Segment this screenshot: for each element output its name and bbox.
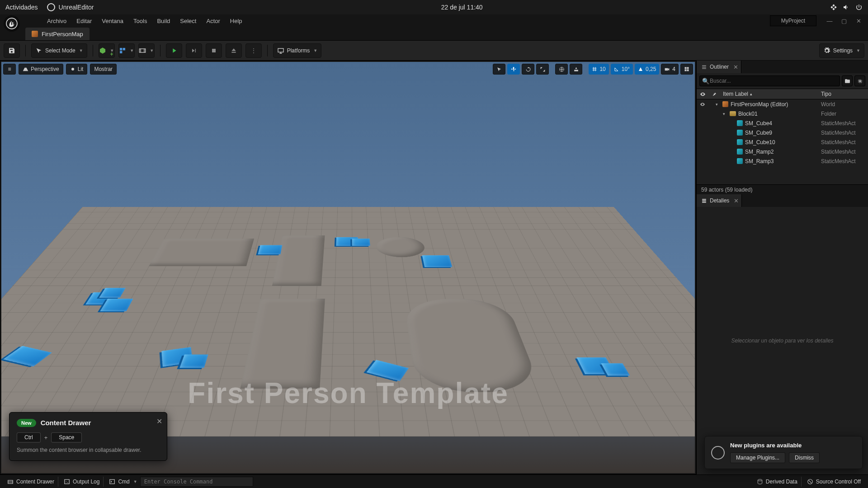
outliner-row[interactable]: SM_Ramp2StaticMeshAct [697,147,868,156]
outliner-status: 59 actors (59 loaded) [697,184,868,194]
unreal-logo[interactable] [4,15,20,32]
save-button[interactable] [4,43,20,58]
plugins-title: New plugins are available [730,442,856,449]
stop-icon [210,47,217,54]
svg-rect-11 [687,67,689,69]
stop-button[interactable] [206,43,222,58]
camera-speed-button[interactable]: 4 [661,64,679,75]
level-watermark: First Person Template [188,376,508,410]
content-drawer-button[interactable]: Content Drawer [4,477,58,487]
view-show-button[interactable]: Mostrar [90,64,117,75]
editor-mode-selector[interactable]: Select Mode▼ [31,43,87,58]
menu-help[interactable]: Help [226,16,247,26]
output-log-label: Output Log [73,479,99,485]
gear-icon [823,47,830,54]
derived-data-button[interactable]: Derived Data [753,477,802,487]
network-icon [830,4,837,11]
os-status-area[interactable] [830,4,863,11]
output-log-button[interactable]: Output Log [60,477,104,487]
active-app[interactable]: UnrealEditor [47,3,94,11]
label-column-header[interactable]: Item Label ▴ [720,91,821,97]
outliner-row[interactable]: SM_Cube10StaticMeshAct [697,137,868,147]
blueprint-icon [119,47,126,54]
hint-close-button[interactable]: ✕ [156,417,162,426]
rotate-tool-button[interactable] [522,64,534,75]
select-tool-button[interactable] [493,64,505,75]
source-control-button[interactable]: Source Control Off [803,477,864,487]
menu-tools[interactable]: Tools [129,16,151,26]
svg-point-0 [6,18,17,29]
3d-viewport[interactable]: First Person Template [1,62,695,473]
outliner-tab-label: Outliner [710,64,729,70]
grid-snap-toggle[interactable]: 10 [589,64,609,75]
scale-tool-button[interactable] [536,64,549,75]
outliner-row[interactable]: SM_Ramp3StaticMeshAct [697,156,868,166]
view-lit-button[interactable]: Lit [66,64,88,75]
map-tab[interactable]: FirstPersonMap [25,28,90,40]
outliner-search-input[interactable] [699,75,840,86]
plugins-notification: New plugins are available Manage Plugins… [704,436,863,469]
surface-snap-button[interactable] [570,64,582,75]
window-minimize[interactable]: — [824,16,835,25]
add-content-button[interactable]: +▼ [99,43,115,58]
outliner-row[interactable]: SM_Cube4StaticMeshAct [697,118,868,128]
console-command-input[interactable] [140,477,253,487]
folder-plus-icon [844,78,850,84]
play-button[interactable] [166,43,182,58]
scale-snap-value: 0,25 [646,66,656,72]
cursor-icon [35,47,42,54]
svg-rect-16 [65,479,70,483]
menu-edit[interactable]: Editar [72,16,96,26]
type-column-header[interactable]: Tipo [821,91,868,97]
viewport-options-button[interactable]: ≡ [3,64,16,75]
hint-description: Summon the content browser in collapsabl… [17,446,160,454]
cmd-label: Cmd [118,479,129,485]
close-icon[interactable]: ✕ [733,64,738,70]
window-maximize[interactable]: ▢ [838,16,850,25]
outliner-settings-button[interactable] [854,75,865,86]
outliner-row[interactable]: ▾FirstPersonMap (Editor)World [697,99,868,109]
menu-window[interactable]: Ventana [97,16,128,26]
title-bar: Archivo Editar Ventana Tools Build Selec… [0,14,868,27]
skip-button[interactable] [186,43,202,58]
app-icon [47,3,55,11]
mode-label: Select Mode [45,47,75,54]
viewport-maximize-button[interactable] [680,64,693,75]
play-icon [170,47,178,54]
main-toolbar: Select Mode▼ +▼ ▼ ▼ ⋮ Platforms▼ Setting… [0,41,868,61]
pin-column-header[interactable] [708,92,720,97]
skip-icon [190,47,198,54]
view-perspective-button[interactable]: Perspective [19,64,63,75]
cinematics-button[interactable]: ▼ [138,43,155,58]
menu-select[interactable]: Select [175,16,201,26]
activities-button[interactable]: Actividades [5,4,38,11]
console-command-area: Cmd ▼ [105,477,256,487]
visibility-column-header[interactable] [697,91,708,97]
menu-actor[interactable]: Actor [202,16,224,26]
os-top-bar: Actividades UnrealEditor 22 de jul 11:40 [0,0,868,14]
menu-build[interactable]: Build [152,16,175,26]
settings-button[interactable]: Settings▼ [819,43,864,58]
play-options-button[interactable]: ⋮ [245,43,262,58]
log-icon [64,479,70,485]
window-close[interactable]: ✕ [853,16,864,25]
new-badge: New [17,419,36,427]
menu-file[interactable]: Archivo [42,16,71,26]
dismiss-plugins-button[interactable]: Dismiss [789,452,820,463]
svg-rect-10 [685,67,687,69]
outliner-row[interactable]: SM_Cube9StaticMeshAct [697,128,868,137]
outliner-add-folder-button[interactable] [842,75,853,86]
scale-snap-toggle[interactable]: 0,25 [635,64,659,75]
manage-plugins-button[interactable]: Manage Plugins... [730,452,785,463]
angle-snap-toggle[interactable]: 10° [611,64,633,75]
coord-space-button[interactable] [555,64,568,75]
outliner-tab[interactable]: Outliner ✕ [697,61,741,73]
details-tab[interactable]: Detalles ✕ [697,194,742,207]
outliner-row[interactable]: ▾Block01Folder [697,109,868,118]
blueprints-button[interactable]: ▼ [118,43,135,58]
platforms-button[interactable]: Platforms▼ [273,43,322,58]
os-clock[interactable]: 22 de jul 11:40 [94,4,830,11]
close-icon[interactable]: ✕ [734,197,739,204]
translate-tool-button[interactable] [507,64,520,75]
eject-button[interactable] [226,43,242,58]
